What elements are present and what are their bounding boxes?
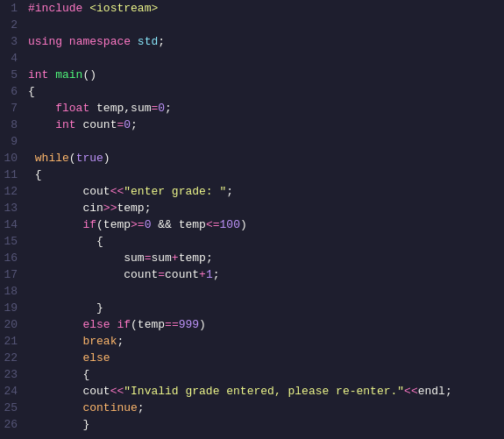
token: << xyxy=(110,185,124,198)
line-content: break; xyxy=(25,333,504,350)
token: temp xyxy=(179,218,206,231)
line-number: 22 xyxy=(0,350,25,366)
token: "enter grade: " xyxy=(124,185,226,198)
code-line: 22 else xyxy=(0,350,504,366)
line-number: 25 xyxy=(0,400,25,416)
token: std xyxy=(138,35,158,48)
token: ( xyxy=(96,218,103,231)
line-content: float temp,sum=0; xyxy=(25,100,504,117)
line-content: else xyxy=(25,350,504,366)
line-content: using namespace std; xyxy=(25,33,504,50)
token: 0 xyxy=(158,102,165,115)
line-content: { xyxy=(25,83,504,100)
token: , xyxy=(124,102,131,115)
code-line: 1#include <iostream> xyxy=(0,0,504,17)
token: << xyxy=(404,385,418,398)
token xyxy=(62,35,69,48)
token: break xyxy=(55,335,117,348)
token: cout xyxy=(55,385,110,398)
line-content: } xyxy=(25,300,504,316)
token xyxy=(28,268,55,281)
token xyxy=(28,368,55,381)
token xyxy=(28,301,55,315)
line-content: while(true) xyxy=(25,150,504,166)
token: >= xyxy=(131,218,145,231)
token: ; xyxy=(445,385,452,398)
token: >> xyxy=(103,202,117,215)
token xyxy=(89,102,96,115)
token: 0 xyxy=(124,118,131,131)
token: { xyxy=(28,85,35,98)
token: ) xyxy=(199,318,206,331)
token: ; xyxy=(131,118,138,131)
token: int xyxy=(28,68,48,81)
token xyxy=(28,401,55,414)
line-number: 19 xyxy=(0,300,25,316)
line-content: } xyxy=(25,416,504,433)
line-number: 1 xyxy=(0,0,25,17)
token: { xyxy=(55,235,103,248)
line-content: int main() xyxy=(25,67,504,83)
line-content: cout<<"enter grade: "; xyxy=(25,183,504,200)
line-content: continue; xyxy=(25,400,504,416)
token: temp xyxy=(96,102,124,115)
code-line: 12 cout<<"enter grade: "; xyxy=(0,183,504,200)
line-number: 2 xyxy=(0,17,25,33)
code-line: 4 xyxy=(0,50,504,67)
line-content: #include <iostream> xyxy=(25,0,504,17)
line-number: 10 xyxy=(0,150,25,166)
token: ( xyxy=(69,152,76,165)
token: } xyxy=(55,301,103,315)
token: namespace xyxy=(69,35,131,48)
token: { xyxy=(55,368,89,381)
code-line: 17 count=count+1; xyxy=(0,266,504,283)
token: temp xyxy=(117,202,144,215)
line-content: { xyxy=(25,166,504,183)
code-line: 8 int count=0; xyxy=(0,117,504,133)
token: ; xyxy=(206,251,213,265)
token: endl xyxy=(418,385,445,398)
token: 1 xyxy=(206,268,213,281)
line-number: 8 xyxy=(0,117,25,133)
line-number: 9 xyxy=(0,133,25,150)
line-content xyxy=(25,50,504,67)
code-line: 2 xyxy=(0,17,504,33)
token: main xyxy=(55,68,82,81)
line-content: { xyxy=(25,233,504,250)
code-line: 14 if(temp>=0 && temp<=100) xyxy=(0,216,504,233)
line-number: 15 xyxy=(0,233,25,250)
code-line: 11 { xyxy=(0,166,504,183)
line-number: 26 xyxy=(0,416,25,433)
line-number: 16 xyxy=(0,250,25,266)
line-content: if(temp>=0 && temp<=100) xyxy=(25,216,504,233)
token xyxy=(28,318,55,331)
token: else xyxy=(55,351,110,365)
line-number: 14 xyxy=(0,216,25,233)
token: temp xyxy=(179,251,206,265)
token xyxy=(28,102,55,115)
code-line: 20 else if(temp==999) xyxy=(0,316,504,333)
token: ; xyxy=(165,102,172,115)
token xyxy=(28,168,35,181)
line-number: 5 xyxy=(0,67,25,83)
line-number: 20 xyxy=(0,316,25,333)
code-line: 25 continue; xyxy=(0,400,504,416)
token: ; xyxy=(117,335,124,348)
token: cin xyxy=(55,202,103,215)
token: if xyxy=(55,218,96,231)
token: <= xyxy=(206,218,220,231)
line-content: { xyxy=(25,366,504,383)
token: count xyxy=(55,268,158,281)
line-content: cout<<"Invalid grade entered, please re-… xyxy=(25,383,504,400)
token: } xyxy=(55,418,89,431)
token: == xyxy=(165,318,179,331)
token: () xyxy=(82,68,96,81)
code-line: 23 { xyxy=(0,366,504,383)
line-number: 6 xyxy=(0,83,25,100)
line-number: 18 xyxy=(0,283,25,300)
token: sum xyxy=(55,251,144,265)
line-number: 24 xyxy=(0,383,25,400)
token: count xyxy=(82,118,117,131)
code-line: 19 } xyxy=(0,300,504,316)
token: using xyxy=(28,35,62,48)
